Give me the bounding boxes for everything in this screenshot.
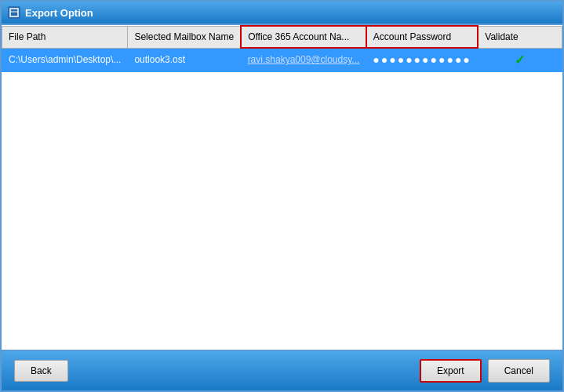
title-bar: Export Option: [2, 2, 562, 24]
cell-validate: ✓: [478, 48, 562, 71]
footer-right: Export Cancel: [420, 359, 550, 383]
col-header-account: Office 365 Account Na...: [241, 26, 366, 48]
table-row[interactable]: C:\Users\admin\Desktop\... outlook3.ost …: [2, 48, 562, 71]
empty-content-area: [2, 187, 562, 350]
password-dots: ●●●●●●●●●●●●: [373, 53, 471, 66]
footer-bar: Back Export Cancel: [2, 351, 562, 390]
validate-check-icon: ✓: [515, 53, 525, 67]
data-table: File Path Selected Mailbox Name Office 3…: [2, 25, 562, 72]
svg-rect-0: [10, 9, 18, 16]
content-area: File Path Selected Mailbox Name Office 3…: [2, 24, 562, 351]
col-header-validate: Validate: [478, 26, 562, 48]
window-title: Export Option: [25, 7, 93, 19]
col-header-mailbox: Selected Mailbox Name: [128, 26, 241, 48]
cell-password: ●●●●●●●●●●●●: [366, 48, 478, 71]
col-header-filepath: File Path: [2, 26, 128, 48]
table-container: File Path Selected Mailbox Name Office 3…: [2, 25, 562, 187]
table-header-row: File Path Selected Mailbox Name Office 3…: [2, 26, 562, 48]
cancel-button[interactable]: Cancel: [488, 359, 550, 383]
email-link[interactable]: ravi.shakya009@cloudsy...: [248, 54, 360, 65]
footer-left: Back: [14, 360, 68, 382]
cell-mailbox: outlook3.ost: [128, 48, 241, 71]
cell-filepath: C:\Users\admin\Desktop\...: [2, 48, 128, 71]
col-header-password: Account Password: [366, 26, 478, 48]
app-icon: [8, 6, 20, 19]
cell-account: ravi.shakya009@cloudsy...: [241, 48, 366, 71]
export-button[interactable]: Export: [420, 359, 482, 383]
back-button[interactable]: Back: [14, 360, 68, 382]
main-window: Export Option File Path Selected Mailbox…: [0, 0, 564, 392]
